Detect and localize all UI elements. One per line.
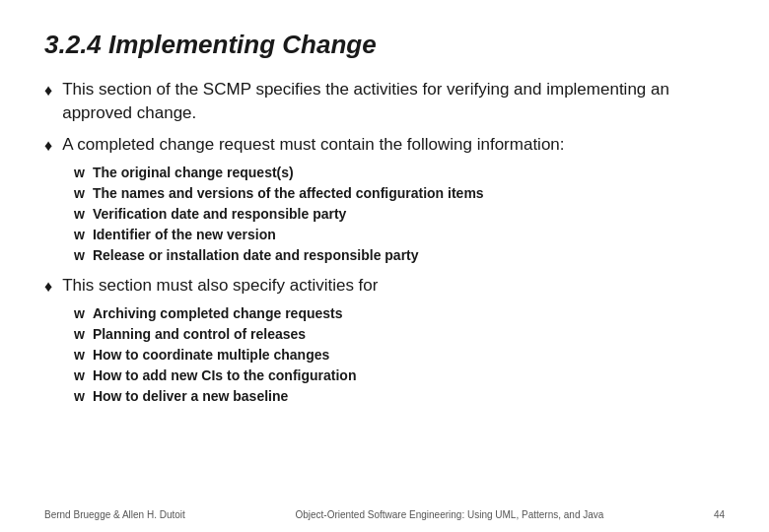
sub-bullet-label-3-2: How to coordinate multiple changes [93,345,329,366]
sub-bullet-marker-2-3: w [74,225,85,245]
sub-bullet-marker-3-4: w [74,386,85,407]
sub-bullet-3-0: w Archiving completed change requests [74,303,725,324]
sub-bullet-2-4: w Release or installation date and respo… [74,245,725,266]
footer-left: Bernd Bruegge & Allen H. Dutoit [44,509,185,520]
bullet-text-1: This section of the SCMP specifies the a… [62,78,725,125]
bullet-main-2: ♦ A completed change request must contai… [44,133,725,157]
bullet-text-3: This section must also specify activitie… [62,274,378,298]
footer: Bernd Bruegge & Allen H. Dutoit Object-O… [0,509,769,520]
bullet-diamond-2: ♦ [44,135,52,157]
slide: 3.2.4 Implementing Change ♦ This section… [0,0,769,532]
sub-bullet-label-2-0: The original change request(s) [93,163,294,183]
sub-bullet-label-3-1: Planning and control of releases [93,324,306,345]
sub-bullet-label-3-0: Archiving completed change requests [93,303,343,324]
bullet-section-1: ♦ This section of the SCMP specifies the… [44,78,725,125]
sub-bullet-3-2: w How to coordinate multiple changes [74,345,725,366]
sub-bullet-3-3: w How to add new CIs to the configuratio… [74,366,725,386]
bullet-main-3: ♦ This section must also specify activit… [44,274,725,298]
sub-bullet-3-1: w Planning and control of releases [74,324,725,345]
sub-bullet-marker-2-0: w [74,163,85,183]
bullet-section-2: ♦ A completed change request must contai… [44,133,725,266]
sub-bullet-marker-2-4: w [74,245,85,266]
footer-right: 44 [714,509,725,520]
sub-bullet-label-2-4: Release or installation date and respons… [93,245,419,266]
sub-bullet-2-0: w The original change request(s) [74,163,725,183]
sub-bullet-marker-3-3: w [74,366,85,386]
sub-bullet-marker-2-1: w [74,183,85,204]
bullet-section-3: ♦ This section must also specify activit… [44,274,725,407]
sub-bullet-3-4: w How to deliver a new baseline [74,386,725,407]
sub-bullet-label-2-1: The names and versions of the affected c… [93,183,484,204]
bullet-text-2: A completed change request must contain … [62,133,564,157]
bullet-diamond-3: ♦ [44,276,52,298]
sub-bullet-marker-3-2: w [74,345,85,366]
sub-bullet-2-1: w The names and versions of the affected… [74,183,725,204]
footer-center: Object-Oriented Software Engineering: Us… [295,509,603,520]
sub-bullet-marker-3-1: w [74,324,85,345]
sub-bullet-2-3: w Identifier of the new version [74,225,725,245]
bullet-diamond-1: ♦ [44,80,52,101]
slide-title: 3.2.4 Implementing Change [44,30,725,60]
sub-bullets-2: w The original change request(s) w The n… [74,163,725,266]
sub-bullet-label-2-2: Verification date and responsible party [93,204,347,225]
sub-bullet-marker-2-2: w [74,204,85,225]
sub-bullet-label-2-3: Identifier of the new version [93,225,276,245]
sub-bullet-marker-3-0: w [74,303,85,324]
bullet-main-1: ♦ This section of the SCMP specifies the… [44,78,725,125]
sub-bullet-label-3-4: How to deliver a new baseline [93,386,288,407]
sub-bullet-label-3-3: How to add new CIs to the configuration [93,366,357,386]
sub-bullet-2-2: w Verification date and responsible part… [74,204,725,225]
sub-bullets-3: w Archiving completed change requests w … [74,303,725,407]
